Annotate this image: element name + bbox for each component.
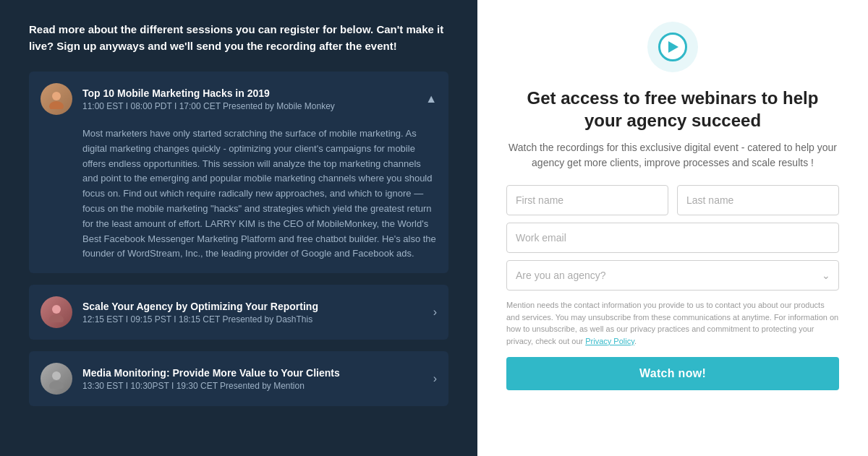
svg-point-5 <box>49 381 64 389</box>
session-meta-1: 11:00 EST I 08:00 PDT I 17:00 CET Presen… <box>82 101 418 111</box>
first-name-input[interactable] <box>506 185 668 215</box>
session-title-1: Top 10 Mobile Marketing Hacks in 2019 <box>82 87 418 99</box>
form-subtext: Watch the recordings for this exclusive … <box>506 140 839 171</box>
avatar-gray-icon <box>41 363 72 395</box>
play-icon <box>658 33 687 61</box>
intro-text: Read more about the different sessions y… <box>29 22 448 54</box>
session-card-2: Scale Your Agency by Optimizing Your Rep… <box>29 285 448 340</box>
name-row <box>506 185 839 215</box>
email-input[interactable] <box>506 223 839 253</box>
session-header-3[interactable]: Media Monitoring: Provide More Value to … <box>29 351 448 406</box>
last-name-input[interactable] <box>677 185 839 215</box>
session-header-2[interactable]: Scale Your Agency by Optimizing Your Rep… <box>29 285 448 340</box>
right-panel: Get access to free webinars to help your… <box>477 0 868 456</box>
session-header-1[interactable]: Top 10 Mobile Marketing Hacks in 2019 11… <box>29 72 448 126</box>
avatar-2 <box>41 296 72 328</box>
session-meta-3: 13:30 EST I 10:30PST I 19:30 CET Present… <box>82 381 426 391</box>
session-card-3: Media Monitoring: Provide More Value to … <box>29 351 448 406</box>
session-info-2: Scale Your Agency by Optimizing Your Rep… <box>82 301 426 324</box>
session-title-3: Media Monitoring: Provide More Value to … <box>82 367 426 379</box>
form-headline: Get access to free webinars to help your… <box>506 87 839 132</box>
session-toggle-1[interactable]: ▲ <box>425 93 437 106</box>
agency-select-wrap: Are you an agency? Yes No ⌄ <box>506 260 839 291</box>
privacy-policy-link[interactable]: Privacy Policy <box>585 337 634 345</box>
session-toggle-2[interactable]: › <box>433 306 437 319</box>
session-toggle-3[interactable]: › <box>433 372 437 385</box>
svg-point-2 <box>52 305 61 314</box>
agency-select[interactable]: Are you an agency? Yes No <box>506 260 839 291</box>
svg-point-3 <box>49 314 64 322</box>
session-info-3: Media Monitoring: Provide More Value to … <box>82 367 426 391</box>
avatar-3 <box>41 363 72 395</box>
session-meta-2: 12:15 EST I 09:15 PST I 18:15 CET Presen… <box>82 314 426 324</box>
privacy-text: Mention needs the contact information yo… <box>506 299 839 347</box>
avatar-male-icon <box>41 83 72 115</box>
watch-now-button[interactable]: Watch now! <box>506 357 839 390</box>
session-body-1: Most marketers have only started scratch… <box>29 126 448 273</box>
avatar-female-icon <box>41 296 72 328</box>
svg-point-4 <box>52 371 61 380</box>
webinar-icon-wrap <box>647 22 698 72</box>
session-title-2: Scale Your Agency by Optimizing Your Rep… <box>82 301 426 312</box>
session-info-1: Top 10 Mobile Marketing Hacks in 2019 11… <box>82 87 418 111</box>
svg-point-1 <box>49 101 64 109</box>
svg-point-0 <box>52 92 61 100</box>
play-triangle-icon <box>668 41 678 53</box>
left-panel: Read more about the different sessions y… <box>0 0 477 456</box>
avatar-1 <box>41 83 72 115</box>
session-card-1: Top 10 Mobile Marketing Hacks in 2019 11… <box>29 72 448 273</box>
